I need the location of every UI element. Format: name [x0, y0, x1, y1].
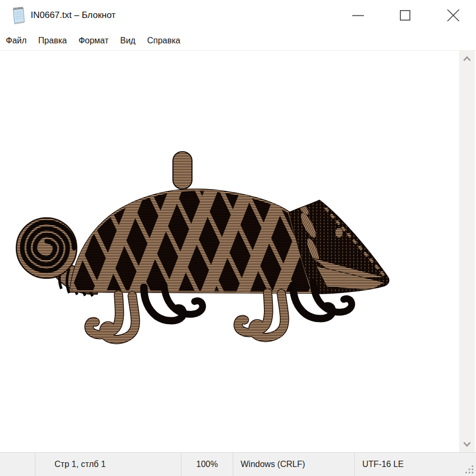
- window-title: IN0667.txt – Блокнот: [31, 0, 116, 31]
- vertical-scrollbar[interactable]: [459, 51, 475, 452]
- menu-item-edit[interactable]: Правка: [32, 31, 72, 50]
- status-cursor-position: Стр 1, стлб 1: [35, 453, 181, 476]
- dorsal-knob: [173, 152, 192, 189]
- menu-item-help[interactable]: Справка: [141, 31, 186, 50]
- notepad-window: IN0667.txt – Блокнот Файл Правка Формат …: [0, 0, 476, 476]
- status-cell-empty: [0, 453, 35, 476]
- maximize-button[interactable]: [393, 0, 417, 31]
- scroll-up-button[interactable]: [459, 52, 475, 66]
- scroll-down-button[interactable]: [459, 437, 475, 451]
- menu-item-format[interactable]: Формат: [72, 31, 114, 50]
- chevron-up-icon: [462, 55, 472, 62]
- chameleon-drawing: [0, 51, 459, 452]
- front-legs: [89, 285, 203, 340]
- resize-grip[interactable]: [465, 465, 474, 474]
- status-zoom-level: 100%: [181, 453, 233, 476]
- status-line-ending: Windows (CRLF): [233, 453, 354, 476]
- chevron-down-icon: [462, 441, 472, 448]
- menu-bar: Файл Правка Формат Вид Справка: [0, 31, 476, 51]
- close-button[interactable]: [441, 0, 465, 31]
- menu-item-file[interactable]: Файл: [0, 31, 32, 50]
- maximize-icon: [399, 9, 411, 22]
- title-bar: IN0667.txt – Блокнот: [0, 0, 476, 31]
- eye: [335, 228, 343, 238]
- status-encoding: UTF-16 LE: [354, 453, 476, 476]
- menu-item-view[interactable]: Вид: [114, 31, 141, 50]
- notepad-icon: [10, 6, 26, 25]
- minimize-button[interactable]: [346, 0, 370, 31]
- text-editor-area[interactable]: [0, 51, 459, 452]
- minimize-icon: [352, 9, 364, 22]
- close-icon: [446, 8, 460, 22]
- status-bar: Стр 1, стлб 1 100% Windows (CRLF) UTF-16…: [0, 452, 476, 476]
